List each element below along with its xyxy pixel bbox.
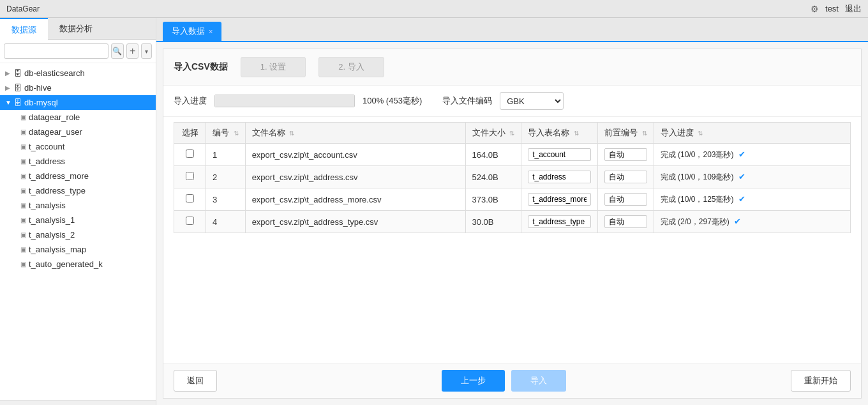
sidebar: 数据源 数据分析 🔍 + ▾ ▶ 🗄 db-elasticsearch ▶ 🗄 … <box>0 18 156 405</box>
sort-icon: ⇅ <box>234 130 239 137</box>
restart-button[interactable]: 重新开始 <box>791 370 851 392</box>
step2-button[interactable]: 2. 导入 <box>318 57 384 77</box>
row-checkbox-2[interactable] <box>186 194 194 202</box>
tab-analysis[interactable]: 数据分析 <box>48 18 104 40</box>
table-row: 1 export_csv.zip\t_account.csv 164.0B 完成… <box>174 144 851 166</box>
table-row: 2 export_csv.zip\t_address.csv 524.0B 完成… <box>174 166 851 188</box>
tab-datasource[interactable]: 数据源 <box>0 18 48 40</box>
tree-item-t_address_more[interactable]: ▣ t_address_more <box>15 169 156 183</box>
import-button[interactable]: 导入 <box>511 370 566 392</box>
prefix-input-0[interactable] <box>604 148 647 161</box>
username: test <box>825 4 839 13</box>
expand-icon: ▼ <box>5 99 14 106</box>
tree-label: t_analysis_map <box>29 245 86 254</box>
cell-num-2: 3 <box>206 188 246 211</box>
sort-icon: ⇅ <box>698 130 703 137</box>
table-icon: ▣ <box>20 202 26 209</box>
tree-item-t_analysis[interactable]: ▣ t_analysis <box>15 198 156 213</box>
col-header-filesize[interactable]: 文件大小 ⇅ <box>465 123 521 144</box>
dropdown-button[interactable]: ▾ <box>141 43 152 59</box>
tree-item-t_analysis_map[interactable]: ▣ t_analysis_map <box>15 242 156 257</box>
tree-item-t_address_type[interactable]: ▣ t_address_type <box>15 183 156 198</box>
table-icon: ▣ <box>20 158 26 165</box>
search-bar: 🔍 + ▾ <box>0 40 156 63</box>
cell-tablename-2 <box>521 188 598 211</box>
tree-item-datagear_role[interactable]: ▣ datagear_role <box>15 110 156 125</box>
cell-tablename-3 <box>521 211 598 233</box>
tree-item-db-mysql[interactable]: ▼ 🗄 db-mysql <box>0 95 156 110</box>
row-checkbox-3[interactable] <box>186 217 194 225</box>
title-right: ⚙ test 退出 <box>811 3 862 15</box>
tree-item-t_auto_generated_k[interactable]: ▣ t_auto_generated_k <box>15 257 156 271</box>
cell-progress-0: 完成 (10/0，203毫秒) ✔ <box>654 144 850 166</box>
cell-filesize-2: 373.0B <box>465 188 521 211</box>
tree-label: t_auto_generated_k <box>29 259 103 269</box>
close-icon[interactable]: × <box>209 26 213 37</box>
table-icon: ▣ <box>20 246 26 253</box>
sort-icon: ⇅ <box>574 130 579 137</box>
progress-bar-fill <box>215 95 354 107</box>
cell-num-0: 1 <box>206 144 246 166</box>
progress-status-1: 完成 (10/0，109毫秒) <box>661 172 734 181</box>
cell-select-1 <box>174 166 206 188</box>
content-area: 导入数据 × 导入CSV数据 1. 设置 2. 导入 导入进度 100% (45… <box>156 18 868 405</box>
progress-status-0: 完成 (10/0，203毫秒) <box>661 150 734 159</box>
step1-button[interactable]: 1. 设置 <box>241 57 306 77</box>
db-icon: 🗄 <box>14 69 22 78</box>
logout-button[interactable]: 退出 <box>845 3 862 15</box>
tablename-input-1[interactable] <box>528 171 591 183</box>
app-name: DataGear <box>6 4 40 13</box>
tree-label: t_analysis_2 <box>29 230 75 240</box>
search-input[interactable] <box>4 43 108 59</box>
tree-item-t_account[interactable]: ▣ t_account <box>15 139 156 154</box>
check-icon-1: ✔ <box>738 172 745 181</box>
cell-progress-1: 完成 (10/0，109毫秒) ✔ <box>654 166 850 188</box>
encoding-select[interactable]: GBK UTF-8 GB2312 <box>500 92 564 110</box>
tree-item-t_analysis_2[interactable]: ▣ t_analysis_2 <box>15 227 156 242</box>
cell-filename-2: export_csv.zip\t_address_more.csv <box>245 188 465 211</box>
col-header-filename[interactable]: 文件名称 ⇅ <box>245 123 465 144</box>
tree-item-t_analysis_1[interactable]: ▣ t_analysis_1 <box>15 213 156 227</box>
tablename-input-3[interactable] <box>528 215 591 228</box>
tree-label: db-hive <box>24 83 52 93</box>
progress-text: 100% (453毫秒) <box>363 95 422 107</box>
footer: 返回 上一步 导入 重新开始 <box>163 363 861 398</box>
tree-item-db-hive[interactable]: ▶ 🗄 db-hive <box>0 80 156 95</box>
tree-item-db-elasticsearch[interactable]: ▶ 🗄 db-elasticsearch <box>0 66 156 80</box>
col-header-prefix[interactable]: 前置编号 ⇅ <box>598 123 654 144</box>
check-icon-3: ✔ <box>734 217 741 226</box>
check-icon-0: ✔ <box>738 149 745 159</box>
cell-prefix-0 <box>598 144 654 166</box>
prefix-input-1[interactable] <box>604 171 647 183</box>
content-tab-import[interactable]: 导入数据 × <box>163 22 221 41</box>
cell-select-0 <box>174 144 206 166</box>
cell-filename-1: export_csv.zip\t_address.csv <box>245 166 465 188</box>
back-button[interactable]: 返回 <box>174 370 217 392</box>
tree-item-datagear_user[interactable]: ▣ datagear_user <box>15 125 156 139</box>
encoding-label: 导入文件编码 <box>442 95 492 107</box>
add-button[interactable]: + <box>126 43 139 59</box>
tree-item-t_address[interactable]: ▣ t_address <box>15 154 156 169</box>
progress-status-3: 完成 (2/0，297毫秒) <box>661 217 730 226</box>
col-header-num[interactable]: 编号 ⇅ <box>206 123 246 144</box>
prev-step-button[interactable]: 上一步 <box>442 370 505 392</box>
row-checkbox-0[interactable] <box>186 149 194 158</box>
prefix-input-2[interactable] <box>604 193 647 206</box>
tree-label: t_analysis_1 <box>29 215 75 225</box>
footer-right: 重新开始 <box>791 370 851 392</box>
tablename-input-2[interactable] <box>528 193 591 206</box>
row-checkbox-1[interactable] <box>186 172 194 180</box>
col-header-tablename[interactable]: 导入表名称 ⇅ <box>521 123 598 144</box>
tree-area: ▶ 🗄 db-elasticsearch ▶ 🗄 db-hive ▼ 🗄 db-… <box>0 63 156 400</box>
prefix-input-3[interactable] <box>604 215 647 228</box>
progress-status-2: 完成 (10/0，125毫秒) <box>661 195 734 204</box>
footer-left: 返回 <box>174 370 217 392</box>
col-header-progress[interactable]: 导入进度 ⇅ <box>654 123 850 144</box>
gear-icon[interactable]: ⚙ <box>811 4 819 14</box>
sidebar-hscroll[interactable] <box>0 400 156 405</box>
cell-filesize-3: 30.0B <box>465 211 521 233</box>
search-button[interactable]: 🔍 <box>111 43 124 59</box>
tablename-input-0[interactable] <box>528 148 591 161</box>
col-header-select: 选择 <box>174 123 206 144</box>
cell-prefix-2 <box>598 188 654 211</box>
